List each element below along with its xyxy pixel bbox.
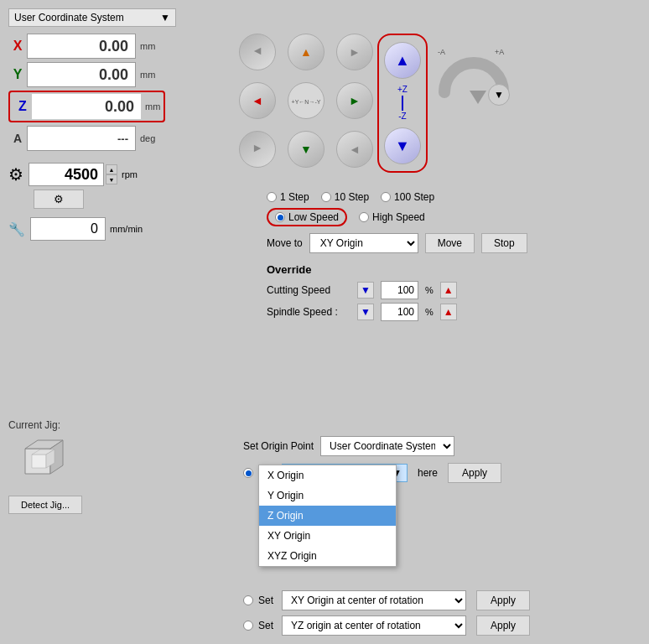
dropdown-y-origin[interactable]: Y Origin (259, 486, 396, 506)
cutting-speed-up-btn[interactable]: ▲ (440, 282, 457, 299)
move-to-label: Move to (267, 237, 303, 249)
move-btn[interactable]: Move (425, 233, 475, 253)
z-value: 0.00 (105, 98, 134, 116)
y-unit: mm (140, 70, 155, 80)
dropdown-xyz-origin[interactable]: XYZ Origin (259, 546, 396, 566)
z-unit: mm (145, 101, 160, 112)
rpm-unit: rpm (122, 169, 138, 179)
rpm-down-btn[interactable]: ▼ (106, 174, 117, 184)
x-value: 0.00 (99, 38, 128, 55)
step-1-radio[interactable] (267, 192, 277, 202)
origin-apply-btn-1[interactable]: Apply (448, 463, 501, 483)
move-to-row: Move to XY Origin X Origin Y Origin Z Or… (267, 233, 636, 253)
y-axis-label: Y (8, 67, 27, 82)
cutting-speed-value[interactable]: 100 (381, 281, 418, 299)
jog-right-btn[interactable]: ► (336, 82, 373, 119)
rpm-up-btn[interactable]: ▲ (106, 164, 117, 174)
step-100-option[interactable]: 100 Step (381, 191, 434, 203)
z-axis-row: Z 0.00 mm (8, 91, 165, 122)
jog-up-btn[interactable]: ▲ (288, 34, 324, 70)
override-section: Override Cutting Speed ▼ 100 % ▲ Spindle… (267, 263, 636, 321)
spindle-speed-up-btn[interactable]: ▲ (440, 304, 457, 320)
stop-btn[interactable]: Stop (481, 233, 527, 253)
feed-value: 0 (91, 221, 98, 236)
dropdown-z-origin[interactable]: Z Origin (259, 506, 396, 526)
controls-panel: 1 Step 10 Step 100 Step Low Speed High S… (267, 184, 636, 325)
step-100-radio[interactable] (381, 192, 391, 202)
origin-set-select-2[interactable]: XY Origin at center of rotation (282, 590, 466, 610)
jog-left-btn[interactable]: ◄ (239, 82, 276, 119)
low-speed-option[interactable]: Low Speed (267, 208, 347, 226)
feed-row: 🔧 0 mm/min (8, 217, 243, 241)
rpm-value: 4500 (65, 166, 98, 184)
step-1-label: 1 Step (280, 191, 309, 203)
cutting-speed-num: 100 (397, 284, 414, 296)
z-down-btn[interactable]: ▼ (384, 127, 421, 164)
spindle-icon: ⚙ (8, 164, 23, 184)
y-value-box[interactable]: 0.00 (27, 62, 136, 87)
origin-apply-btn-2[interactable]: Apply (476, 590, 530, 610)
svg-text:-A: -A (438, 48, 445, 56)
jog-down-btn[interactable]: ▼ (288, 131, 324, 168)
origin-header-row: Set Origin Point User Coordinate System (243, 436, 646, 456)
cutting-speed-row: Cutting Speed ▼ 100 % ▲ (267, 281, 636, 299)
jog-diag-dl-btn[interactable]: ◄ (239, 131, 276, 168)
step-1-option[interactable]: 1 Step (267, 191, 309, 203)
x-axis-row: X 0.00 mm (8, 34, 243, 59)
spindle-row: ⚙ 4500 ▲ ▼ rpm (8, 163, 243, 186)
override-title: Override (267, 263, 636, 276)
cutting-speed-label: Cutting Speed (267, 284, 350, 296)
origin-row1-radio[interactable] (243, 468, 253, 478)
step-10-label: 10 Step (335, 191, 369, 203)
dropdown-xy-origin[interactable]: XY Origin (259, 526, 396, 546)
high-speed-option[interactable]: High Speed (359, 211, 425, 223)
spindle-toggle-btn[interactable]: ⚙ (34, 190, 84, 209)
step-10-option[interactable]: 10 Step (321, 191, 369, 203)
z-axis-ctrl: ▲ +Z -Z ▼ (377, 34, 428, 173)
dropdown-x-origin[interactable]: X Origin (259, 465, 396, 486)
low-speed-radio[interactable] (275, 212, 285, 222)
jog-diag-ur-btn[interactable]: ► (336, 34, 373, 70)
spindle-speed-down-btn[interactable]: ▼ (357, 304, 374, 320)
high-speed-label: High Speed (372, 211, 425, 223)
origin-here-1: here (418, 467, 438, 479)
jog-diag-ul-btn[interactable]: ► (239, 34, 276, 70)
detect-jig-btn[interactable]: Detect Jig... (8, 496, 82, 514)
step-100-label: 100 Step (394, 191, 434, 203)
coord-system-label: User Coordinate System (14, 12, 124, 23)
origin-set-select-3[interactable]: YZ origin at center of rotation (282, 615, 466, 636)
jog-diag-dr-btn[interactable]: ◄ (336, 131, 373, 168)
high-speed-radio[interactable] (359, 212, 369, 222)
step-10-radio[interactable] (321, 192, 331, 202)
jog-grid: ► ▲ ► ◄ +Y ←N→ -Y ► ◄ ▼ ◄ (239, 34, 373, 168)
y-axis-row: Y 0.00 mm (8, 62, 243, 87)
y-value: 0.00 (99, 66, 128, 84)
a-value-box: --- (27, 126, 136, 151)
origin-apply-btn-3[interactable]: Apply (476, 615, 530, 636)
spindle-speed-value[interactable]: 100 (381, 303, 418, 321)
origin-section: Set Origin Point User Coordinate System … (243, 436, 646, 639)
z-indicator: +Z -Z (397, 84, 408, 122)
z-up-btn[interactable]: ▲ (384, 42, 421, 79)
a-axis-label: A (8, 132, 27, 145)
jig-cube-svg (8, 436, 67, 486)
jig-cube (8, 436, 193, 489)
a-unit: deg (140, 133, 155, 143)
spindle-speed-label: Spindle Speed : (267, 306, 350, 318)
spindle-speed-num: 100 (397, 306, 414, 318)
origin-row2-radio[interactable] (243, 595, 253, 605)
cutting-speed-down-btn[interactable]: ▼ (357, 282, 374, 299)
move-to-select[interactable]: XY Origin X Origin Y Origin Z Origin XYZ… (309, 233, 418, 253)
z-value-box[interactable]: 0.00 (32, 94, 141, 119)
spindle-btn-row: ⚙ (34, 190, 243, 209)
origin-system-select[interactable]: User Coordinate System (320, 436, 454, 456)
feed-icon: 🔧 (8, 221, 25, 237)
origin-row-2: Set XY Origin at center of rotation orig… (243, 590, 646, 610)
origin-row3-radio[interactable] (243, 621, 253, 631)
x-value-box[interactable]: 0.00 (27, 34, 136, 59)
feed-value-box[interactable]: 0 (30, 217, 106, 241)
rotary-down-btn[interactable]: ▼ (488, 84, 510, 106)
rpm-value-box[interactable]: 4500 (29, 163, 104, 186)
origin-row-3: Set YZ origin at center of rotation Appl… (243, 615, 646, 636)
coord-system-dropdown[interactable]: User Coordinate System ▼ (8, 8, 176, 27)
